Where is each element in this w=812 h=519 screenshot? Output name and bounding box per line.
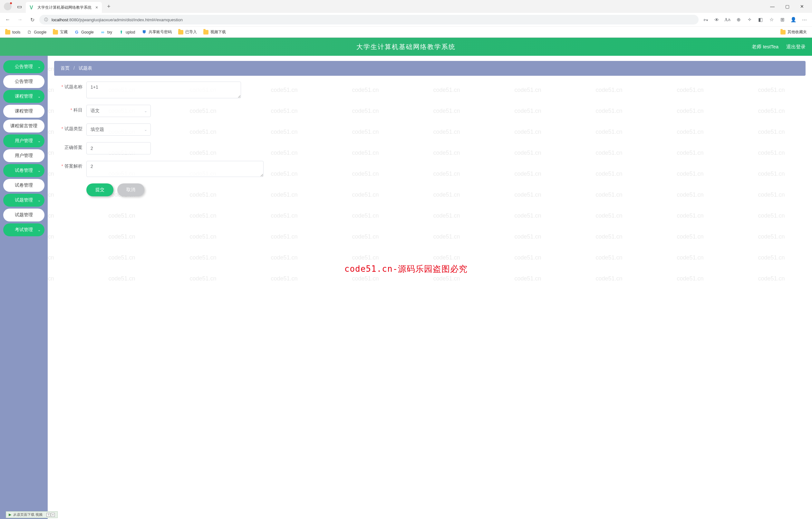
- question-type-label: *试题类型: [54, 124, 86, 132]
- favorite-icon[interactable]: ☆: [766, 15, 777, 25]
- cancel-button[interactable]: 取消: [117, 184, 144, 196]
- browser-tab[interactable]: V 大学生计算机基础网络教学系统 ×: [26, 2, 102, 13]
- app-title: 大学生计算机基础网络教学系统: [356, 43, 456, 51]
- folder-icon: [178, 30, 183, 34]
- refresh-button[interactable]: ↻: [27, 15, 37, 25]
- google-icon: G: [74, 30, 79, 35]
- forward-button[interactable]: →: [15, 15, 25, 25]
- other-bookmarks[interactable]: 其他收藏夹: [778, 28, 809, 36]
- sidebar-item-6[interactable]: 用户管理: [3, 149, 45, 162]
- play-icon: ▶: [9, 513, 11, 517]
- link-icon: ∞: [100, 30, 105, 35]
- tab-actions-icon[interactable]: ▭: [14, 1, 25, 11]
- vue-favicon-icon: V: [30, 5, 35, 10]
- chevron-down-icon: ⌄: [38, 169, 40, 173]
- collections-icon[interactable]: ⊞: [777, 15, 787, 25]
- app-container: code51.cncode51.cncode51.cncode51.cncode…: [0, 38, 812, 519]
- content-area: 首页 / 试题表 *试题名称 *科目 语文 ⌄ *试题类型 填空题 ⌄: [48, 56, 812, 519]
- bookmark-tools[interactable]: tools: [3, 29, 23, 36]
- new-tab-button[interactable]: +: [105, 2, 113, 11]
- minimize-button[interactable]: —: [765, 1, 780, 11]
- mute-icon[interactable]: ?: [47, 513, 50, 517]
- sidebar-item-1[interactable]: 公告管理: [3, 75, 45, 88]
- download-hint[interactable]: ▶ 从该页面下载 视频 ? ×: [6, 511, 58, 518]
- chevron-down-icon: ⌄: [144, 109, 147, 113]
- question-name-label: *试题名称: [54, 82, 86, 90]
- more-icon[interactable]: ⋯: [799, 15, 809, 25]
- sidebar-icon[interactable]: ◧: [755, 15, 765, 25]
- bookmark-treasure[interactable]: 宝藏: [50, 28, 70, 36]
- folder-icon: [203, 30, 208, 34]
- chevron-down-icon: ⌄: [38, 198, 40, 202]
- sync-icon[interactable]: 👤: [788, 15, 799, 25]
- correct-answer-input[interactable]: [86, 142, 151, 155]
- correct-answer-label: 正确答案: [54, 142, 86, 151]
- upload-icon: ⬆: [119, 30, 124, 35]
- sidebar: 公告管理⌄公告管理课程管理⌄课程管理课程留言管理用户管理⌄用户管理试卷管理⌄试卷…: [0, 56, 48, 519]
- password-icon[interactable]: 🗝: [700, 15, 711, 25]
- page-icon: 🗋: [27, 30, 32, 35]
- submit-button[interactable]: 提交: [86, 184, 113, 196]
- maximize-button[interactable]: ▢: [780, 1, 794, 11]
- profile-button[interactable]: [3, 1, 13, 11]
- bookmarks-bar: tools 🗋Google 宝藏 GGoogle ∞txy ⬆uplod ⛊共享…: [0, 26, 812, 37]
- bookmark-imported[interactable]: 已导入: [176, 28, 199, 36]
- tab-bar: ▭ V 大学生计算机基础网络教学系统 × + — ▢ ✕: [0, 0, 812, 13]
- url-input[interactable]: ⓘ localhost:8080/jsjwangluojiaoxue/admin…: [39, 15, 699, 25]
- close-hint-icon[interactable]: ×: [51, 513, 55, 517]
- question-name-input[interactable]: [86, 82, 241, 98]
- site-info-icon[interactable]: ⓘ: [43, 17, 49, 23]
- folder-icon: [5, 30, 10, 34]
- bookmark-uplod[interactable]: ⬆uplod: [116, 28, 138, 36]
- sidebar-item-2[interactable]: 课程管理⌄: [3, 90, 45, 103]
- user-label[interactable]: 老师 testTea: [752, 44, 779, 50]
- logout-link[interactable]: 退出登录: [786, 44, 806, 50]
- sidebar-item-4[interactable]: 课程留言管理: [3, 119, 45, 133]
- browser-chrome: ▭ V 大学生计算机基础网络教学系统 × + — ▢ ✕ ← → ↻ ⓘ loc…: [0, 0, 812, 38]
- subject-label: *科目: [54, 105, 86, 113]
- bookmark-share[interactable]: ⛊共享账号密码: [139, 28, 174, 36]
- chevron-down-icon: ⌄: [38, 139, 40, 143]
- question-type-select[interactable]: 填空题 ⌄: [86, 124, 151, 136]
- sidebar-item-5[interactable]: 用户管理⌄: [3, 134, 45, 147]
- sidebar-item-7[interactable]: 试卷管理⌄: [3, 164, 45, 177]
- address-bar: ← → ↻ ⓘ localhost:8080/jsjwangluojiaoxue…: [0, 13, 812, 26]
- close-window-button[interactable]: ✕: [794, 1, 809, 11]
- tab-title: 大学生计算机基础网络教学系统: [37, 5, 91, 10]
- sidebar-item-3[interactable]: 课程管理: [3, 105, 45, 118]
- extensions-icon[interactable]: ✧: [744, 15, 755, 25]
- chevron-down-icon: ⌄: [38, 65, 40, 69]
- folder-icon: [780, 30, 786, 34]
- answer-analysis-label: *答案解析: [54, 161, 86, 169]
- folder-icon: [53, 30, 58, 34]
- bookmark-google[interactable]: GGoogle: [71, 28, 96, 36]
- sidebar-item-8[interactable]: 试卷管理: [3, 179, 45, 192]
- sidebar-item-10[interactable]: 试题管理: [3, 209, 45, 221]
- reader-icon[interactable]: Aあ: [722, 15, 733, 25]
- chevron-down-icon: ⌄: [38, 228, 40, 232]
- app-header: 大学生计算机基础网络教学系统 老师 testTea 退出登录: [0, 38, 812, 56]
- bookmark-txy[interactable]: ∞txy: [98, 28, 115, 36]
- answer-analysis-input[interactable]: [86, 161, 264, 177]
- bookmark-video[interactable]: 视频下载: [201, 28, 228, 36]
- breadcrumb-current: 试题表: [79, 65, 92, 71]
- chevron-down-icon: ⌄: [144, 127, 147, 132]
- share-icon: ⛊: [141, 30, 147, 35]
- sidebar-item-0[interactable]: 公告管理⌄: [3, 60, 45, 73]
- sidebar-item-9[interactable]: 试题管理⌄: [3, 194, 45, 207]
- sidebar-item-11[interactable]: 考试管理⌄: [3, 223, 45, 236]
- subject-select[interactable]: 语文 ⌄: [86, 105, 151, 117]
- url-text: localhost:8080/jsjwangluojiaoxue/admin/d…: [52, 18, 183, 22]
- back-button[interactable]: ←: [3, 15, 13, 25]
- breadcrumb-home[interactable]: 首页: [61, 65, 69, 71]
- translate-icon[interactable]: 👁: [712, 15, 722, 25]
- chevron-down-icon: ⌄: [38, 94, 40, 99]
- bookmark-google-doc[interactable]: 🗋Google: [24, 28, 49, 36]
- zoom-icon[interactable]: ⊕: [733, 15, 744, 25]
- close-tab-icon[interactable]: ×: [95, 5, 98, 10]
- breadcrumb: 首页 / 试题表: [54, 61, 806, 76]
